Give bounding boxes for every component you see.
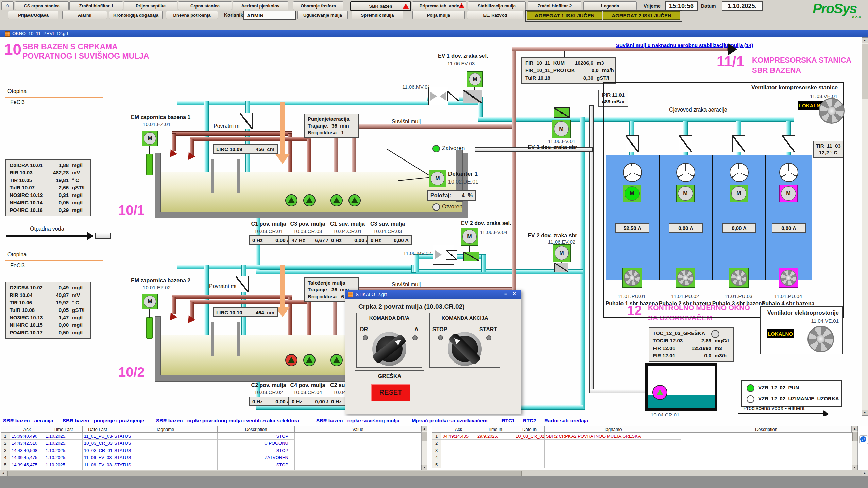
tank1-air-valve[interactable] xyxy=(240,113,253,129)
canvas-scroll-down[interactable]: ▼ xyxy=(862,410,868,416)
alarms-left-cell[interactable]: STATUS xyxy=(113,440,218,447)
ez1-motor-box[interactable]: M xyxy=(142,131,158,146)
scroll-left-arrow[interactable]: ◄ xyxy=(0,470,6,476)
canvas-scroll-thumb[interactable] xyxy=(862,44,868,99)
gate1-valve[interactable] xyxy=(146,154,153,175)
nav2-button-0[interactable]: Prijava/Odjava xyxy=(8,11,58,19)
nav-button-9[interactable]: Zračni biofiltar 2 xyxy=(528,1,581,10)
alarms-left-cell[interactable]: 14:43:40,508 xyxy=(10,447,44,454)
ev02-actuator[interactable] xyxy=(554,263,568,272)
alarms-right-cell[interactable]: 29.9.2025. xyxy=(476,433,514,440)
alarms-left-cell[interactable]: 11_01_PU_03-STATUS xyxy=(83,433,113,440)
alarms-left-cell[interactable]: 14:43:42,510 xyxy=(10,440,44,447)
nav2b-button-3[interactable]: EL. Razvod xyxy=(467,11,523,19)
alarms-left-scroll-up[interactable]: ▲ xyxy=(421,426,427,431)
page-link-4[interactable]: Mjerač protoka sa uzorkivačem xyxy=(412,418,488,423)
alarms-left-scroll-down[interactable]: ▼ xyxy=(421,465,427,470)
user-field[interactable]: ADMIN xyxy=(243,11,296,20)
alarms-left-cell[interactable]: STATUS xyxy=(113,433,218,440)
reset-button[interactable]: RESET xyxy=(371,384,410,401)
alarms-right-cell[interactable] xyxy=(476,454,514,461)
alarms-left-cell[interactable]: 10_03_CR_01-STATUS xyxy=(83,447,113,454)
nav-button-0[interactable]: CS crpna stanica xyxy=(15,1,69,10)
remote-access-icon[interactable]: ⇄ xyxy=(859,435,868,444)
pump-cr04[interactable] xyxy=(303,354,316,366)
pump-suv1[interactable] xyxy=(330,194,343,206)
alarms-left-cell[interactable]: STOP xyxy=(218,433,295,440)
dialog-close-button[interactable]: ✕ xyxy=(511,291,518,297)
alarms-left-cell[interactable]: ZATVOREN xyxy=(218,454,295,461)
akcija-selector-knob[interactable] xyxy=(448,332,482,366)
alarms-right-cell[interactable] xyxy=(476,440,514,447)
nav2-button-3[interactable]: Dnevna potrošnja xyxy=(166,11,218,19)
nav-button-4[interactable]: Aerirani pjeskolov xyxy=(233,1,288,10)
page-link-0[interactable]: SBR bazen - aeracija xyxy=(3,418,53,423)
alarms-left-cell[interactable]: STOP xyxy=(218,447,295,454)
nav2-button-2[interactable]: Kronologija događaja xyxy=(109,11,163,19)
alarms-left-cell[interactable]: 1.10.2025. xyxy=(44,447,83,454)
blower-4-motor-box[interactable]: M xyxy=(779,185,798,202)
alarms-left-cell[interactable]: 11_06_EV_03_KONČNE-POZICIJE xyxy=(83,454,113,461)
nav-button-2[interactable]: Prijem septike xyxy=(124,1,177,10)
ev01-valve[interactable] xyxy=(554,107,570,118)
ev03-motor-box[interactable]: M xyxy=(467,71,483,87)
pump-cr03[interactable] xyxy=(303,194,316,206)
alarms-left-cell[interactable]: STOP xyxy=(218,461,295,468)
alarms-right-scroll-up[interactable]: ▲ xyxy=(852,426,858,431)
pump-suv2[interactable] xyxy=(330,354,343,366)
blower-3-valve[interactable] xyxy=(732,135,745,152)
alarms-right-cell[interactable] xyxy=(514,447,545,454)
nav2b-button-0[interactable]: Ugušćivanje mulja xyxy=(297,11,348,19)
alarms-left-cell[interactable]: 1.10.2025. xyxy=(44,440,83,447)
alarms-right-cell[interactable] xyxy=(441,447,476,454)
nav-button-1[interactable]: Zračni biofiltar 1 xyxy=(69,1,123,10)
alarms-left-cell[interactable]: STATUS xyxy=(113,461,218,468)
page-link-2[interactable]: SBR bazen - crpke povratnog mulja i vent… xyxy=(156,418,299,423)
dialog-title-bar[interactable]: STIKALO_2.grf – ✕ xyxy=(345,290,521,299)
alarms-right-cell[interactable] xyxy=(545,461,681,468)
alarms-right-cell[interactable] xyxy=(514,454,545,461)
page-link-3[interactable]: SBR bazen - crpke suvišnog mulja xyxy=(316,418,399,423)
gate2-valve[interactable] xyxy=(146,317,153,339)
pump-cr02-fault[interactable] xyxy=(285,354,297,366)
alarms-right-cell[interactable] xyxy=(476,447,514,454)
alarms-right-cell[interactable] xyxy=(514,461,545,468)
home-button[interactable]: ⌂ xyxy=(1,1,14,10)
blower-2-motor-box[interactable]: M xyxy=(676,185,695,202)
bottom-scrollbar-thumb[interactable] xyxy=(7,471,522,476)
alarms-right-scroll-thumb[interactable] xyxy=(852,432,858,441)
alarms-left-cell[interactable]: 11_06_EV_03-STATUS xyxy=(83,461,113,468)
alarms-right-cell[interactable]: SBR2 CRPKA2 POVRATNOG MULJA GREŠKA xyxy=(545,433,681,440)
page-link-7[interactable]: Radni sati uređaja xyxy=(544,418,588,423)
alarms-right-cell[interactable]: 04:49:14,435 xyxy=(441,433,476,440)
alarms-left-cell[interactable]: 1.10.2025. xyxy=(44,433,83,440)
nav-button-6[interactable]: SBR bazen! xyxy=(350,1,411,11)
dialog-minimize-button[interactable]: – xyxy=(502,291,509,297)
canvas-scroll-up[interactable]: ▲ xyxy=(862,37,868,43)
nav-button-3[interactable]: Crpna stanica xyxy=(178,1,232,10)
alarms-right-cell[interactable] xyxy=(441,440,476,447)
decanter-motor-box[interactable]: M xyxy=(429,170,446,187)
scroll-right-arrow[interactable]: ► xyxy=(862,470,868,476)
page-link-5[interactable]: RTC1 xyxy=(501,418,515,423)
alarms-left-cell[interactable]: 10_03_CR_03-STATUS xyxy=(83,440,113,447)
page-link-6[interactable]: RTC2 xyxy=(523,418,536,423)
alarms-right-cell[interactable] xyxy=(545,447,681,454)
ev01-motor-box[interactable]: M xyxy=(552,120,571,138)
alarms-left-cell[interactable]: 14:39:45,475 xyxy=(10,454,44,461)
blower-3-motor-box[interactable]: M xyxy=(730,185,748,202)
ev04-motor-box[interactable]: M xyxy=(461,228,478,246)
alarms-left-cell[interactable]: 14:39:45,475 xyxy=(10,461,44,468)
ev04-valve[interactable] xyxy=(463,252,479,261)
alarms-left-cell[interactable]: STATUS xyxy=(113,447,218,454)
alarms-left-cell[interactable]: STATUS xyxy=(113,454,218,461)
nav2b-button-1[interactable]: Spremnik mulja xyxy=(352,11,403,19)
nav-button-5[interactable]: Obaranje fosfora xyxy=(293,1,343,10)
blower-1-valve[interactable] xyxy=(626,135,639,152)
alarms-right-cell[interactable] xyxy=(545,454,681,461)
dra-selector-knob[interactable] xyxy=(372,332,406,366)
alarms-right-cell[interactable] xyxy=(441,454,476,461)
sampler-pump[interactable] xyxy=(652,385,667,400)
ev02-motor-box[interactable]: M xyxy=(553,244,571,262)
alarms-left-cell[interactable]: 15:09:40,490 xyxy=(10,433,44,440)
